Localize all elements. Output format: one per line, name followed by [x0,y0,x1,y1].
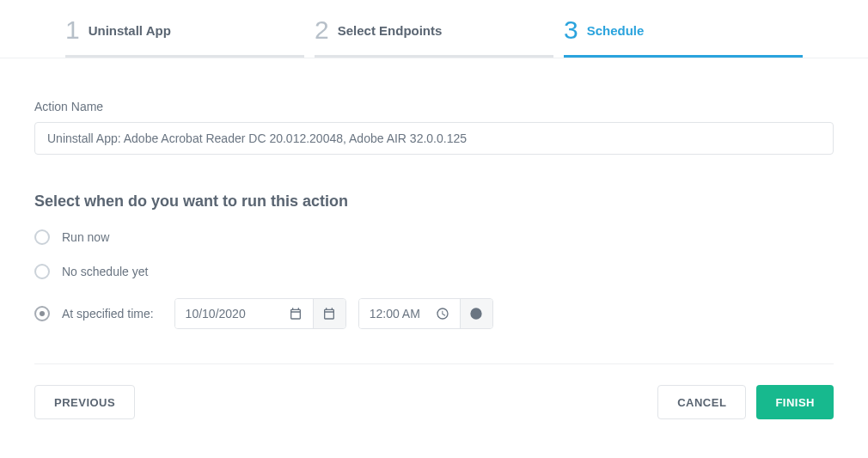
radio-run-now[interactable]: Run now [34,229,834,245]
stepper: 1 Uninstall App 2 Select Endpoints 3 Sch… [0,0,868,58]
step-number: 1 [65,15,80,45]
calendar-icon [289,307,303,321]
step-uninstall-app[interactable]: 1 Uninstall App [65,15,304,58]
schedule-radio-group: Run now No schedule yet At specified tim… [34,229,834,329]
finish-button[interactable]: FINISH [756,385,834,419]
cancel-button[interactable]: CANCEL [657,385,746,419]
step-number: 2 [315,15,329,45]
date-picker-button[interactable] [313,299,345,328]
step-select-endpoints[interactable]: 2 Select Endpoints [315,15,553,58]
step-schedule[interactable]: 3 Schedule [564,15,803,58]
step-label: Uninstall App [89,23,171,38]
step-label: Select Endpoints [338,23,443,38]
footer: PREVIOUS CANCEL FINISH [0,364,868,419]
radio-at-specified-time[interactable]: At specified time: [34,306,154,321]
schedule-section-title: Select when do you want to run this acti… [34,192,834,211]
time-input-group: 12:00 AM [358,298,493,329]
time-value: 12:00 AM [370,307,420,321]
date-input[interactable]: 10/10/2020 [175,299,313,328]
radio-icon [34,264,50,279]
radio-icon [34,306,50,321]
radio-no-schedule[interactable]: No schedule yet [34,264,834,279]
radio-icon [34,229,50,245]
calendar-icon [322,307,336,321]
step-label: Schedule [587,23,645,38]
previous-button[interactable]: PREVIOUS [34,385,135,419]
time-input[interactable]: 12:00 AM [359,299,460,328]
clock-icon [469,307,483,321]
radio-label: Run now [62,230,109,244]
content: Action Name Select when do you want to r… [0,58,868,364]
date-value: 10/10/2020 [186,307,246,321]
action-name-label: Action Name [34,100,834,113]
radio-label: No schedule yet [62,265,148,278]
time-picker-button[interactable] [460,299,492,328]
radio-label: At specified time: [62,307,154,321]
action-name-input[interactable] [34,122,834,155]
date-input-group: 10/10/2020 [174,298,346,329]
step-number: 3 [564,15,578,45]
clock-icon [436,307,449,321]
